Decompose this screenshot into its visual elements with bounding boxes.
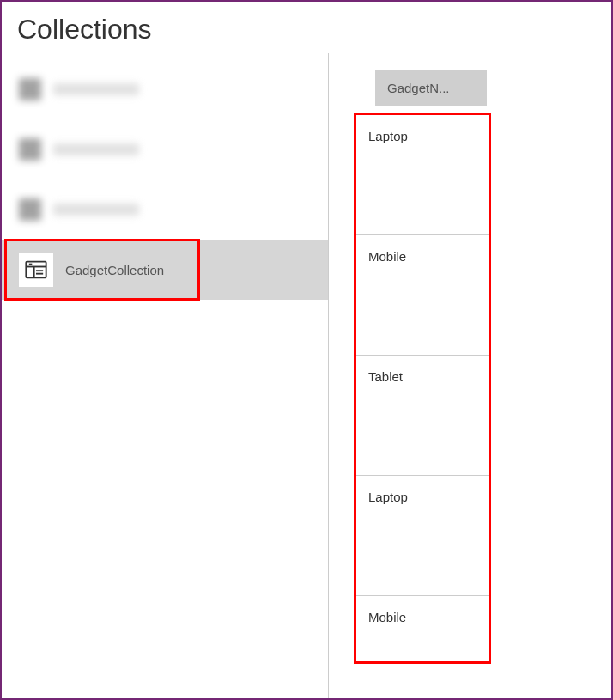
panel-divider (328, 53, 329, 700)
collection-label: GadgetCollection (65, 263, 164, 277)
collection-icon (19, 253, 53, 287)
collection-icon (19, 78, 41, 100)
data-cell[interactable]: Mobile (356, 235, 489, 356)
collections-list: GadgetCollection (2, 59, 328, 696)
collection-label (53, 143, 139, 155)
collection-label (53, 204, 139, 216)
data-grid: Laptop Mobile Tablet Laptop Mobile (354, 113, 491, 664)
data-cell[interactable]: Laptop (356, 476, 489, 596)
svg-rect-0 (26, 262, 46, 278)
collection-item-gadget[interactable]: GadgetCollection (2, 240, 328, 300)
data-cell[interactable]: Tablet (356, 356, 489, 476)
collection-item[interactable] (2, 59, 328, 119)
column-header[interactable]: GadgetN... (375, 70, 487, 106)
collection-item[interactable] (2, 180, 328, 240)
page-title: Collections (2, 2, 611, 59)
collection-icon (19, 138, 41, 161)
main-area: GadgetCollection GadgetN... Laptop Mobil… (2, 59, 611, 696)
data-cell[interactable]: Laptop (356, 115, 489, 235)
data-preview: GadgetN... Laptop Mobile Tablet Laptop M… (354, 70, 495, 664)
data-cell[interactable]: Mobile (356, 596, 489, 661)
collection-label (53, 83, 139, 95)
collection-item[interactable] (2, 119, 328, 180)
collection-icon (19, 198, 41, 221)
